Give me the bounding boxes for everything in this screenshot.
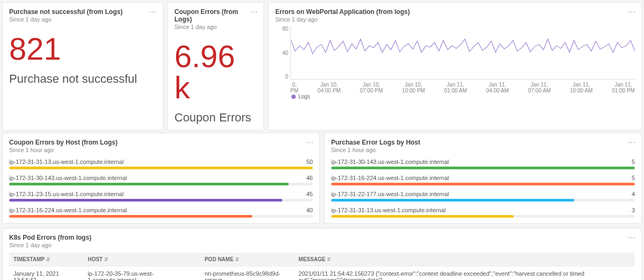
chart-plot-area[interactable]: [290, 26, 635, 80]
legend-label: Logs: [298, 94, 310, 99]
bar-track: [331, 167, 635, 169]
panel-menu-icon[interactable]: ···: [250, 7, 258, 16]
panel-menu-icon[interactable]: ···: [306, 138, 314, 146]
x-tick: Jan 10,07:00 PM: [360, 82, 383, 90]
panel-menu-icon[interactable]: ···: [628, 233, 636, 241]
host-name: ip-172-31-30-143.us-west-1.compute.inter…: [9, 175, 127, 181]
host-bar-row[interactable]: ip-172-31-30-143.us-west-1.compute.inter…: [9, 175, 313, 185]
cell-host: ip-172-20-35-79.us-west-1.compute.intern…: [83, 267, 200, 281]
y-tick: 0: [285, 74, 288, 80]
col-timestamp[interactable]: Timestamp⇵: [9, 253, 83, 267]
host-value: 50: [306, 159, 313, 165]
chart-y-axis: 80400: [275, 26, 290, 80]
metric-value: 821: [9, 33, 156, 64]
panel-title: Purchase Error Logs by Host: [331, 139, 635, 146]
host-value: 46: [306, 175, 313, 181]
panel-purchase-not-successful: ··· Purchase not successful (from Logs) …: [2, 2, 163, 131]
host-bar-row[interactable]: ip-172-31-31-13.us-west-1.compute.intern…: [331, 207, 635, 218]
bar-track: [9, 215, 313, 218]
col-pod-name[interactable]: Pod Name⇵: [200, 253, 294, 267]
host-bar-row[interactable]: ip-172-31-23-15.us-west-1.compute.intern…: [9, 191, 313, 202]
host-value: 40: [306, 207, 313, 213]
x-tick: Jan 11,07:00 AM: [528, 82, 551, 90]
x-tick: 0,PM: [290, 82, 298, 90]
host-value: 4: [632, 191, 635, 197]
x-tick: Jan 11,01:00 PM: [612, 82, 635, 90]
panel-subtitle: Since 1 hour ago: [331, 147, 635, 153]
sort-icon: ⇵: [46, 257, 50, 262]
panel-menu-icon[interactable]: ···: [149, 7, 157, 16]
host-value: 5: [632, 175, 635, 181]
host-bar-row[interactable]: ip-172-31-16-224.us-west-1.compute.inter…: [9, 207, 313, 218]
bar-track: [9, 183, 313, 185]
metric-label: Coupon Errors: [174, 111, 257, 125]
col-message[interactable]: Message⇵: [294, 253, 635, 267]
panel-errors-timeseries: ··· Errors on WebPortal Application (fro…: [268, 2, 642, 131]
panel-title: Purchase not successful (from Logs): [9, 8, 156, 16]
table-row[interactable]: January 11, 2021 13:54:42ip-172-20-35-79…: [9, 267, 635, 281]
sort-icon: ⇵: [327, 257, 331, 262]
bar-fill: [9, 215, 252, 218]
panel-title: Coupon Errors (from Logs): [174, 8, 257, 23]
bar-fill: [331, 199, 574, 202]
bar-track: [331, 199, 635, 202]
bar-fill: [9, 167, 313, 169]
panel-coupon-errors-by-host: ··· Coupon Errors by Host (from Logs) Si…: [2, 133, 320, 224]
chart-legend: Logs: [275, 94, 635, 99]
log-table: Timestamp⇵ Host⇵ Pod Name⇵ Message⇵ Janu…: [9, 253, 635, 280]
panel-menu-icon[interactable]: ···: [628, 138, 636, 146]
x-tick: Jan 11,10:00 AM: [570, 82, 592, 90]
bar-fill: [9, 183, 289, 185]
host-name: ip-172-31-16-224.us-west-1.compute.inter…: [331, 175, 449, 181]
panel-subtitle: Since 1 day ago: [275, 16, 635, 23]
host-value: 5: [632, 159, 635, 165]
cell-message: 2021/01/11 21:54:42.156273 {"context-err…: [294, 267, 635, 281]
x-tick: Jan 11,04:00 AM: [486, 82, 509, 90]
x-tick: Jan 10,04:00 PM: [318, 82, 341, 90]
host-bar-row[interactable]: ip-172-31-30-143.us-west-1.compute.inter…: [331, 159, 635, 169]
host-bar-row[interactable]: ip-172-31-16-224.us-west-1.compute.inter…: [331, 175, 635, 185]
bar-track: [331, 183, 635, 185]
sort-icon: ⇵: [235, 257, 239, 262]
x-tick: Jan 10,10:00 PM: [402, 82, 425, 90]
sort-icon: ⇵: [104, 257, 108, 262]
host-name: ip-172-31-31-13.us-west-1.compute.intern…: [9, 159, 123, 165]
x-tick: Jan 11,01:00 AM: [444, 82, 467, 90]
panel-coupon-errors: ··· Coupon Errors (from Logs) Since 1 da…: [167, 2, 264, 131]
panel-title: Errors on WebPortal Application (from lo…: [275, 8, 635, 16]
metric-label: Purchase not successful: [9, 72, 156, 86]
panel-purchase-errors-by-host: ··· Purchase Error Logs by Host Since 1 …: [324, 133, 642, 224]
panel-k8s-pod-errors: ··· K8s Pod Errors (from logs) Since 1 d…: [2, 228, 642, 280]
host-bar-row[interactable]: ip-172-31-31-13.us-west-1.compute.intern…: [9, 159, 313, 169]
host-name: ip-172-31-30-143.us-west-1.compute.inter…: [331, 159, 449, 165]
bar-fill: [9, 199, 282, 202]
host-bar-row[interactable]: ip-172-31-22-177.us-west-1.compute.inter…: [331, 191, 635, 202]
panel-subtitle: Since 1 day ago: [9, 16, 156, 23]
cell-timestamp: January 11, 2021 13:54:42: [9, 267, 83, 281]
host-name: ip-172-31-23-15.us-west-1.compute.intern…: [9, 191, 123, 197]
bar-fill: [331, 183, 635, 185]
panel-subtitle: Since 1 day ago: [174, 24, 257, 30]
panel-menu-icon[interactable]: ···: [628, 7, 636, 16]
bar-fill: [331, 215, 514, 218]
host-name: ip-172-31-16-224.us-west-1.compute.inter…: [9, 207, 127, 213]
col-host[interactable]: Host⇵: [83, 253, 200, 267]
bar-track: [331, 215, 635, 218]
bar-fill: [331, 167, 635, 169]
legend-dot-icon: [291, 95, 296, 99]
panel-subtitle: Since 1 day ago: [9, 242, 635, 248]
panel-subtitle: Since 1 hour ago: [9, 147, 313, 153]
y-tick: 40: [282, 50, 288, 56]
cell-pod: nri-prometheus-85c9c98d9d-nmnvg: [200, 267, 294, 281]
bar-track: [9, 199, 313, 202]
host-value: 3: [632, 207, 635, 213]
host-name: ip-172-31-31-13.us-west-1.compute.intern…: [331, 207, 445, 213]
chart-x-axis: 0,PMJan 10,04:00 PMJan 10,07:00 PMJan 10…: [290, 80, 635, 90]
panel-title: Coupon Errors by Host (from Logs): [9, 139, 313, 146]
metric-value: 6.96 k: [174, 41, 257, 103]
panel-title: K8s Pod Errors (from logs): [9, 234, 635, 241]
bar-track: [9, 167, 313, 169]
y-tick: 80: [282, 26, 288, 32]
host-value: 45: [306, 191, 313, 197]
host-name: ip-172-31-22-177.us-west-1.compute.inter…: [331, 191, 449, 197]
